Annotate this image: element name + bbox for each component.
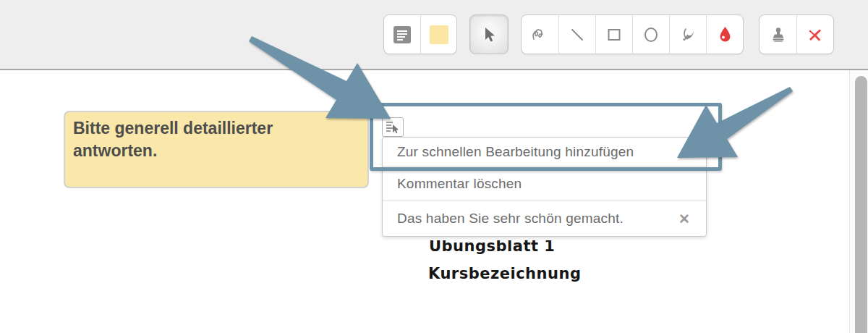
menu-item-quick-edit[interactable]: Zur schnellen Bearbeitung hinzufügen — [383, 138, 706, 166]
pen-icon — [680, 27, 696, 43]
note-icon — [393, 25, 412, 44]
toolbar-group-stamp — [759, 14, 834, 54]
freehand-icon — [531, 27, 550, 43]
vertical-scrollbar-thumb[interactable] — [855, 76, 867, 333]
quick-edit-button[interactable] — [382, 117, 404, 137]
comment-note-button[interactable] — [384, 15, 420, 54]
toolbar-group-comment — [383, 14, 457, 54]
comment-context-menu: Zur schnellen Bearbeitung hinzufügen Kom… — [382, 137, 707, 237]
sticky-note-text: Bitte generell detaillierter antworten. — [73, 119, 273, 160]
toolbar-group-draw — [521, 14, 744, 54]
menu-item-saved-comment[interactable]: Das haben Sie sehr schön gemacht. ✕ — [383, 201, 706, 236]
ellipse-icon — [642, 26, 660, 43]
line-button[interactable] — [558, 15, 595, 54]
freehand-button[interactable] — [522, 15, 558, 54]
stamp-icon — [770, 27, 786, 43]
droplet-icon — [719, 27, 731, 42]
line-icon — [569, 27, 585, 43]
delete-x-icon — [807, 27, 823, 43]
highlight-color-button[interactable] — [420, 15, 456, 54]
toolbar — [0, 0, 868, 70]
annotation-editor: Bitte generell detaillierter antworten. … — [0, 0, 868, 333]
vertical-scrollbar-track[interactable] — [849, 70, 868, 333]
rectangle-button[interactable] — [595, 15, 632, 54]
delete-button[interactable] — [796, 15, 833, 54]
doc-heading-2: Kursbezeichnung — [428, 265, 581, 282]
close-icon[interactable]: ✕ — [678, 211, 690, 227]
quick-edit-icon — [385, 120, 401, 134]
stamp-button[interactable] — [760, 15, 796, 54]
pen-button[interactable] — [669, 15, 706, 54]
doc-heading-1: Übungsblatt 1 — [429, 240, 555, 259]
sticky-note-annotation[interactable]: Bitte generell detaillierter antworten. — [64, 111, 369, 188]
ellipse-button[interactable] — [632, 15, 669, 54]
menu-item-delete-comment[interactable]: Kommentar löschen — [383, 166, 706, 201]
cursor-icon — [481, 26, 497, 43]
droplet-button[interactable] — [706, 15, 743, 54]
yellow-swatch-icon — [430, 25, 448, 44]
rectangle-icon — [606, 27, 622, 43]
select-cursor-button[interactable] — [469, 14, 509, 54]
